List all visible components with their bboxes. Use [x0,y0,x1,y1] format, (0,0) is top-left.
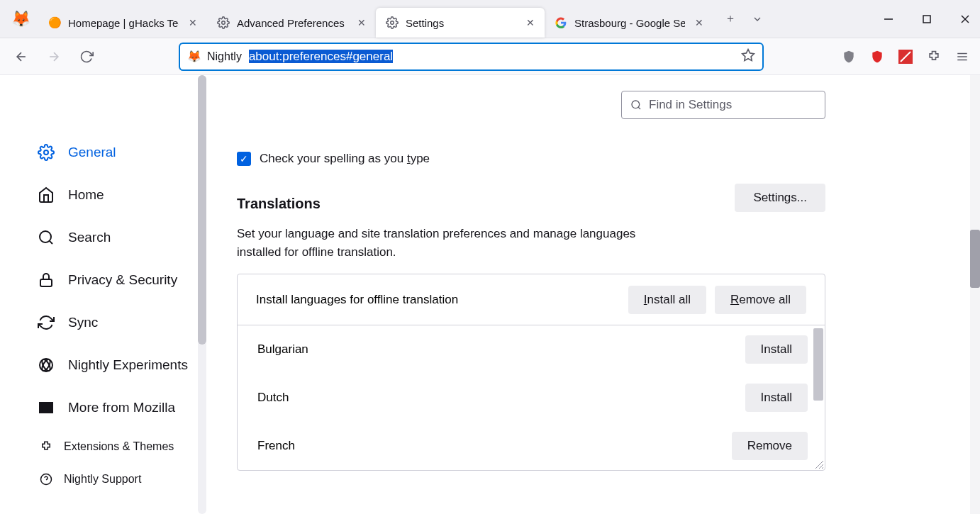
sidebar-item-sync[interactable]: Sync [37,306,194,339]
search-settings-input[interactable]: Find in Settings [621,91,825,119]
tab-settings[interactable]: Settings ✕ [376,8,545,38]
shield-red-icon[interactable] [869,49,885,65]
back-button[interactable] [10,45,33,68]
bookmark-star-icon[interactable] [741,48,755,65]
search-icon [630,99,642,111]
sidebar-item-label: General [68,145,116,160]
app-menu-icon[interactable]: 🦊 [9,7,33,31]
svg-line-16 [50,241,52,244]
sidebar-sub-label: Extensions & Themes [64,440,174,453]
language-row: Bulgarian Install [238,325,825,374]
sidebar-item-search[interactable]: Search [37,221,194,254]
firefox-icon: 🦊 [187,50,201,63]
svg-point-14 [44,150,48,155]
close-icon[interactable]: ✕ [523,16,538,30]
sidebar-sub-label: Nightly Support [64,473,141,486]
language-name: Bulgarian [257,342,737,357]
sidebar-item-privacy[interactable]: Privacy & Security [37,264,194,296]
titlebar: 🦊 🟠 Homepage | gHacks Tech ✕ Advanced Pr… [0,0,980,38]
sidebar-scrollbar-thumb[interactable] [198,75,206,345]
language-name: French [257,439,723,453]
favicon-google [555,17,567,28]
languages-box-title: Install languages for offline translatio… [256,293,620,307]
sidebar-item-label: Search [68,230,111,245]
lock-icon [37,272,55,289]
spellcheck-checkbox-row[interactable]: ✓ Check your spelling as you type [237,152,825,166]
identity-box[interactable]: 🦊 Nightly [187,50,242,63]
languages-header: Install languages for offline translatio… [238,274,825,325]
ublock-icon[interactable] [841,49,857,65]
page-scrollbar-thumb[interactable] [970,230,980,288]
content: General Home Search Privacy & Security [0,75,980,514]
new-tab-button[interactable]: ＋ [719,8,742,30]
remove-button[interactable]: Remove [732,432,808,460]
svg-point-25 [632,101,640,108]
sidebar-item-label: Nightly Experiments [68,357,188,373]
sidebar-item-label: Home [68,187,104,203]
tab-ghacks[interactable]: 🟠 Homepage | gHacks Tech ✕ [38,8,207,38]
settings-sidebar: General Home Search Privacy & Security [0,75,213,492]
sidebar-item-general[interactable]: General [37,136,194,169]
close-icon[interactable]: ✕ [186,16,200,30]
checkbox-checked-icon[interactable]: ✓ [237,152,251,166]
svg-line-29 [822,467,823,469]
install-button[interactable]: Install [745,335,808,364]
sidebar-sub-support[interactable]: Nightly Support [37,466,194,492]
svg-rect-3 [923,16,930,23]
tab-google-search[interactable]: Strasbourg - Google Sea ✕ [545,8,713,38]
close-icon[interactable]: ✕ [355,16,369,30]
noscript-icon[interactable] [898,49,913,65]
svg-point-1 [391,21,394,25]
language-name: Dutch [257,391,737,405]
help-icon [40,473,54,486]
checkbox-label: Check your spelling as you type [260,152,430,166]
svg-line-26 [638,107,640,109]
svg-point-15 [40,231,51,242]
navbar: 🦊 Nightly about:preferences#general [0,38,980,75]
flask-icon [37,357,55,374]
sidebar-item-label: Sync [68,315,98,330]
translations-description: Set your language and site translation p… [237,225,676,261]
maximize-button[interactable] [918,14,936,24]
page-scrollbar[interactable] [970,75,980,514]
sidebar-column: General Home Search Privacy & Security [0,75,213,514]
tab-label: Settings [406,17,516,29]
sync-icon [37,314,55,331]
language-row: German Install [238,470,825,471]
search-icon [37,229,55,246]
puzzle-icon [40,440,54,453]
tab-advanced-prefs[interactable]: Advanced Preferences ✕ [207,8,376,38]
main-panel: Find in Settings ✓ Check your spelling a… [213,75,980,514]
search-placeholder: Find in Settings [649,98,732,112]
install-all-button[interactable]: Install all [628,286,706,314]
svg-rect-17 [40,279,52,286]
gear-icon [37,144,55,161]
remove-all-button[interactable]: Remove all [715,286,806,314]
translations-settings-button[interactable]: Settings... [735,184,825,212]
svg-point-0 [222,21,225,25]
window-close-button[interactable] [956,14,974,24]
hamburger-menu-icon[interactable] [954,49,970,65]
languages-scrollbar-thumb[interactable] [813,328,823,401]
svg-line-27 [815,461,823,469]
close-icon[interactable]: ✕ [692,16,706,30]
url-bar[interactable]: 🦊 Nightly about:preferences#general [179,43,764,71]
forward-button[interactable] [43,45,65,68]
minimize-button[interactable] [879,14,898,24]
tab-dropdown-button[interactable] [746,8,769,30]
tab-label: Homepage | gHacks Tech [68,17,179,29]
languages-box: Install languages for offline translatio… [237,274,825,471]
install-button[interactable]: Install [745,384,808,412]
mozilla-icon: m [37,399,55,416]
sidebar-item-more-mozilla[interactable]: m More from Mozilla [37,391,194,424]
resize-handle[interactable] [813,458,824,469]
language-row: Dutch Install [238,374,825,422]
sidebar-item-experiments[interactable]: Nightly Experiments [37,349,194,381]
language-row: French Remove [238,422,825,470]
sidebar-item-label: Privacy & Security [68,272,177,288]
gear-icon [386,16,399,29]
sidebar-item-home[interactable]: Home [37,179,194,211]
extensions-icon[interactable] [926,49,942,65]
sidebar-sub-extensions[interactable]: Extensions & Themes [37,434,194,459]
reload-button[interactable] [75,45,98,68]
